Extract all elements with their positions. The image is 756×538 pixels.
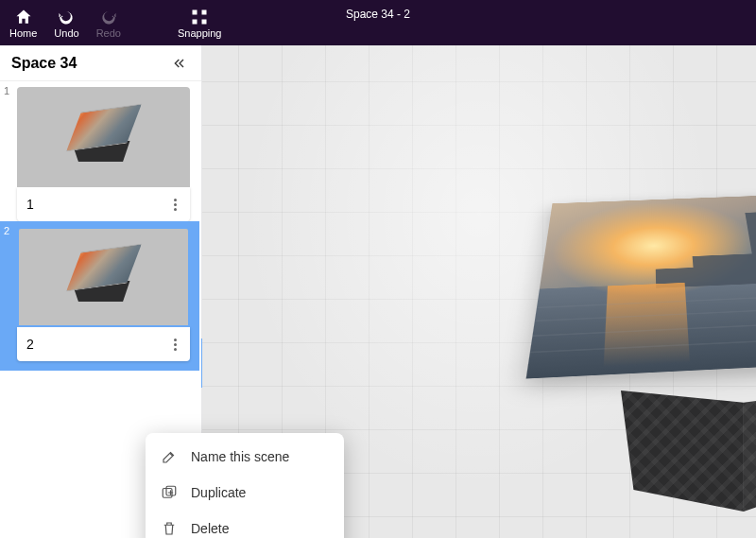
scene-label: 1 (26, 197, 34, 212)
redo-button[interactable]: Redo (96, 8, 121, 39)
menu-item-delete[interactable]: Delete (146, 511, 344, 538)
scene-index: 1 (4, 85, 9, 96)
duplicate-icon (161, 484, 178, 501)
scene-thumbnail[interactable] (17, 87, 190, 187)
menu-item-label: Delete (191, 521, 229, 536)
redo-icon (99, 8, 118, 26)
trash-icon (161, 520, 178, 537)
scene-thumbnail[interactable] (17, 227, 190, 327)
home-icon (14, 8, 33, 26)
snapping-button[interactable]: Snapping (178, 8, 222, 39)
menu-item-label: Name this scene (191, 449, 289, 464)
page-title: Space 34 - 2 (346, 8, 410, 21)
cube-base (621, 390, 756, 512)
home-button[interactable]: Home (9, 8, 37, 39)
redo-label: Redo (96, 27, 121, 39)
collapse-sidebar-button[interactable] (169, 53, 190, 74)
painting-on-cube (526, 192, 756, 379)
scene-card[interactable]: 2 2 (0, 221, 199, 371)
menu-item-rename[interactable]: Name this scene (146, 439, 344, 475)
edit-icon (161, 448, 178, 465)
svg-rect-12 (604, 283, 690, 368)
undo-button[interactable]: Undo (54, 8, 78, 39)
undo-icon (57, 8, 76, 26)
space-name: Space 34 (11, 55, 77, 72)
menu-item-label: Duplicate (191, 485, 246, 500)
cube-preview-icon (66, 109, 142, 165)
grid-icon (190, 8, 209, 26)
scene-index: 2 (4, 225, 9, 236)
cube-preview-icon (66, 249, 142, 305)
undo-label: Undo (54, 27, 78, 39)
snapping-label: Snapping (178, 27, 222, 39)
chevrons-left-icon (172, 56, 187, 71)
home-label: Home (9, 27, 37, 39)
merge-cube-object[interactable] (552, 135, 756, 504)
menu-item-duplicate[interactable]: Duplicate (146, 475, 344, 511)
top-toolbar: Home Undo Redo Snapping Space 34 - 2 (0, 0, 756, 45)
sidebar-header: Space 34 (0, 45, 201, 81)
scene-context-menu: Name this scene Duplicate Delete (146, 433, 344, 538)
scene-card[interactable]: 1 1 (0, 81, 201, 221)
scene-options-button[interactable] (170, 195, 180, 215)
scene-label: 2 (26, 337, 34, 352)
scene-options-button[interactable] (170, 335, 180, 355)
